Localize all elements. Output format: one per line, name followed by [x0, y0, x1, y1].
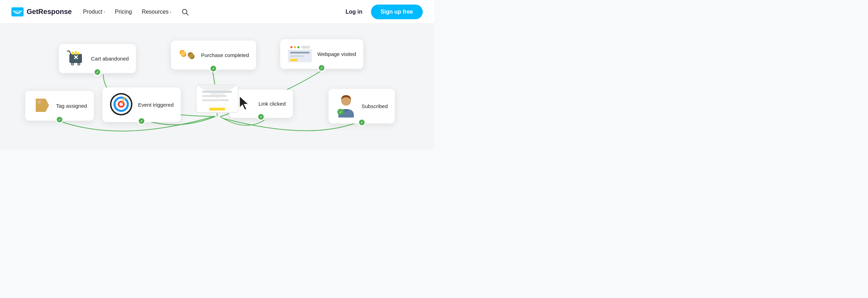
svg-rect-45: [202, 99, 229, 101]
subscribed-check-icon: [358, 119, 366, 126]
svg-text:✓: ✓: [339, 111, 342, 114]
signup-button[interactable]: Sign up free: [371, 5, 423, 19]
product-chevron-icon: ›: [104, 10, 105, 14]
diagram-area: Cart abandoned Purchase completed: [0, 24, 434, 149]
webpage-icon: [287, 44, 312, 64]
webpage-check-icon: [318, 64, 325, 72]
cart-abandoned-card: Cart abandoned: [59, 44, 136, 73]
tag-svg: [32, 96, 51, 115]
webpage-svg: [287, 44, 312, 63]
svg-point-24: [297, 46, 299, 48]
subscribed-card: ✓ Subscribed: [329, 89, 395, 123]
cart-abandoned-label: Cart abandoned: [91, 56, 129, 62]
link-check-icon: [257, 113, 265, 121]
svg-rect-26: [290, 52, 310, 54]
svg-rect-27: [290, 55, 304, 57]
target-icon: [109, 92, 133, 117]
svg-rect-43: [202, 91, 232, 93]
svg-rect-28: [290, 59, 298, 61]
link-clicked-label: Link clicked: [259, 101, 286, 107]
logo[interactable]: GetResponse: [11, 7, 72, 16]
event-check-icon: [138, 117, 145, 125]
nav-right: Log in Sign up free: [346, 5, 423, 19]
svg-point-10: [78, 63, 80, 65]
event-triggered-card: Event triggered: [102, 87, 181, 122]
nav-resources[interactable]: Resources ›: [142, 9, 171, 15]
nav-product[interactable]: Product ›: [83, 9, 105, 15]
svg-line-2: [186, 13, 188, 15]
nav-links: Product › Pricing Resources ›: [83, 8, 346, 16]
webpage-visited-label: Webpage visited: [317, 51, 356, 57]
tag-check-icon: [56, 116, 63, 123]
svg-point-23: [294, 46, 296, 48]
logo-text: GetResponse: [27, 8, 72, 16]
subscribed-label: Subscribed: [361, 103, 388, 109]
cart-check-icon: [94, 68, 101, 76]
email-envelope: [194, 77, 240, 116]
svg-rect-44: [202, 95, 227, 97]
webpage-visited-card: Webpage visited: [280, 39, 363, 69]
nav-pricing[interactable]: Pricing: [115, 9, 132, 15]
tag-icon: [32, 96, 51, 116]
event-triggered-label: Event triggered: [138, 102, 174, 108]
person-svg: ✓: [336, 94, 357, 118]
svg-rect-4: [70, 55, 81, 62]
purchase-completed-label: Purchase completed: [201, 52, 249, 58]
svg-rect-11: [72, 52, 74, 55]
search-icon: [181, 8, 189, 16]
resources-chevron-icon: ›: [170, 10, 171, 14]
nav-search[interactable]: [181, 8, 189, 16]
svg-point-22: [290, 46, 292, 48]
chain-svg: [178, 45, 196, 64]
login-button[interactable]: Log in: [346, 9, 363, 15]
svg-rect-46: [209, 108, 225, 111]
svg-rect-25: [301, 46, 310, 49]
link-chain-icon: [178, 45, 196, 65]
person-icon: ✓: [336, 94, 357, 119]
target-svg: [109, 92, 133, 116]
svg-rect-13: [77, 52, 79, 55]
tag-assigned-card: Tag assigned: [25, 91, 94, 121]
envelope-svg: [194, 77, 240, 115]
svg-rect-12: [75, 51, 77, 55]
navbar: GetResponse Product › Pricing Resources …: [0, 0, 434, 24]
svg-point-8: [72, 63, 73, 65]
purchase-check-icon: [209, 65, 217, 72]
cart-icon: [66, 49, 86, 68]
purchase-completed-card: Purchase completed: [171, 41, 256, 70]
logo-icon: [11, 7, 24, 16]
tag-assigned-label: Tag assigned: [56, 103, 87, 109]
cart-svg: [66, 49, 86, 67]
